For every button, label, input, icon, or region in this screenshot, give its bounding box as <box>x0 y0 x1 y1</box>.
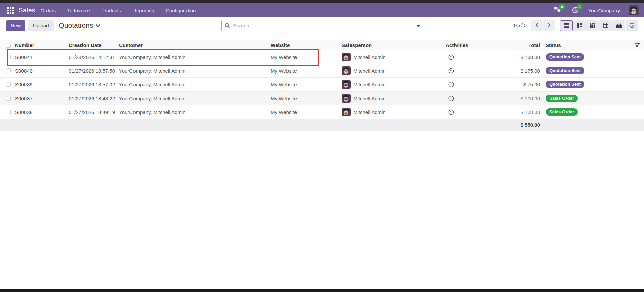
salesperson-avatar <box>342 53 351 61</box>
cell-number: S00038 <box>15 109 69 115</box>
nav-item-reporting[interactable]: Reporting <box>132 6 155 15</box>
table-row[interactable]: S00041 01/28/2026 14:12:31 YourCompany, … <box>0 50 644 64</box>
table-footer-row: $ 550.00 <box>0 119 644 131</box>
status-badge: Sales Order <box>546 95 578 102</box>
cell-creation-date: 01/27/2026 18:57:02 <box>69 82 119 87</box>
cell-customer: YourCompany, Mitchell Admin <box>119 82 271 87</box>
nav-item-to-invoice[interactable]: To Invoice <box>66 6 91 15</box>
cell-total: $ 100.00 <box>506 96 543 101</box>
search-dropdown-toggle[interactable] <box>413 20 423 31</box>
pager-previous-button[interactable] <box>531 20 543 31</box>
view-list-button[interactable] <box>560 20 573 31</box>
activities-count-badge: 1 <box>577 4 582 10</box>
select-all-checkbox[interactable] <box>6 43 11 48</box>
list-view-icon <box>564 23 569 28</box>
cell-creation-date: 01/27/2026 18:57:50 <box>69 68 119 74</box>
cell-customer: YourCompany, Mitchell Admin <box>119 68 271 74</box>
view-pivot-button[interactable] <box>599 20 612 31</box>
salesperson-avatar <box>342 108 351 116</box>
user-avatar[interactable] <box>629 5 639 15</box>
activity-view-icon <box>629 23 635 28</box>
cell-total: $ 100.00 <box>506 54 543 60</box>
activity-clock-icon[interactable] <box>448 68 454 74</box>
messages-button[interactable]: 8 <box>553 6 562 15</box>
row-checkbox[interactable] <box>6 82 11 87</box>
messages-count-badge: 8 <box>559 4 565 10</box>
activities-button[interactable]: 1 <box>571 6 579 15</box>
cell-website: My Website <box>271 96 342 101</box>
activity-clock-icon[interactable] <box>448 109 454 115</box>
status-badge: Quotation Sent <box>546 67 584 75</box>
header-activities[interactable]: Activities <box>446 42 506 48</box>
header-total[interactable]: Total <box>506 42 543 48</box>
view-activity-button[interactable] <box>626 20 638 31</box>
header-number[interactable]: Number <box>15 42 69 48</box>
table-row[interactable]: S00037 01/27/2026 18:48:22 YourCompany, … <box>0 92 644 105</box>
cell-total: $ 75.00 <box>506 82 543 87</box>
table-row[interactable]: S00038 01/27/2026 18:49:19 YourCompany, … <box>0 105 644 119</box>
cell-website: My Website <box>271 82 342 87</box>
cell-salesperson: Mitchell Admin <box>353 96 386 101</box>
cell-salesperson: Mitchell Admin <box>353 109 386 115</box>
cell-number: S00037 <box>15 96 69 101</box>
caret-down-icon <box>417 23 420 29</box>
main-navbar: Sales OrdersTo InvoiceProductsReportingC… <box>0 3 644 17</box>
cell-number: S00039 <box>15 82 69 87</box>
new-button[interactable]: New <box>6 20 25 31</box>
header-website[interactable]: Website <box>271 42 342 48</box>
upload-button[interactable]: Upload <box>28 20 54 31</box>
chevron-right-icon <box>548 23 551 28</box>
company-switcher[interactable]: YourCompany <box>588 8 620 13</box>
header-status[interactable]: Status <box>543 42 644 48</box>
activity-clock-icon[interactable] <box>448 96 454 101</box>
pager-next-button[interactable] <box>543 20 555 31</box>
cell-creation-date: 01/27/2026 18:49:19 <box>69 109 119 115</box>
calendar-view-icon <box>590 23 595 28</box>
status-badge: Quotation Sent <box>546 81 584 89</box>
nav-item-configuration[interactable]: Configuration <box>165 6 196 15</box>
cell-total: $ 100.00 <box>506 109 543 115</box>
salesperson-avatar <box>342 94 351 103</box>
row-checkbox[interactable] <box>6 68 11 73</box>
row-checkbox[interactable] <box>6 96 11 101</box>
table-header-row: Number Creation Date Customer Website Sa… <box>0 40 644 50</box>
window-bottom-strip <box>0 289 644 292</box>
search-bar <box>221 20 423 31</box>
table-row[interactable]: S00039 01/27/2026 18:57:02 YourCompany, … <box>0 78 644 92</box>
view-kanban-button[interactable] <box>573 20 586 31</box>
cell-salesperson: Mitchell Admin <box>353 82 386 87</box>
optional-columns-icon[interactable] <box>635 42 641 48</box>
nav-item-products[interactable]: Products <box>101 6 122 15</box>
control-panel: New Upload Quotations ⚙ 1-5 / 5 <box>0 17 644 34</box>
quotations-list: Number Creation Date Customer Website Sa… <box>0 40 644 131</box>
header-customer[interactable]: Customer <box>119 42 271 48</box>
row-checkbox[interactable] <box>6 55 11 59</box>
apps-grid-icon[interactable] <box>5 5 15 15</box>
view-graph-button[interactable] <box>612 20 625 31</box>
cell-creation-date: 01/28/2026 14:12:31 <box>69 54 119 60</box>
salesperson-avatar <box>342 66 351 75</box>
search-input[interactable] <box>233 20 413 31</box>
gear-icon[interactable]: ⚙ <box>95 23 100 28</box>
view-calendar-button[interactable] <box>586 20 599 31</box>
footer-total: $ 550.00 <box>506 122 543 128</box>
activity-clock-icon[interactable] <box>448 54 454 60</box>
pivot-view-icon <box>603 23 608 28</box>
salesperson-avatar <box>342 80 351 89</box>
header-creation-date[interactable]: Creation Date <box>69 42 119 48</box>
header-salesperson[interactable]: Salesperson <box>342 42 446 48</box>
cell-creation-date: 01/27/2026 18:48:22 <box>69 96 119 101</box>
cell-website: My Website <box>271 68 342 74</box>
cell-number: S00041 <box>15 54 69 60</box>
graph-view-icon <box>616 23 622 28</box>
row-checkbox[interactable] <box>6 110 11 114</box>
cell-number: S00040 <box>15 68 69 74</box>
status-badge: Quotation Sent <box>546 53 584 61</box>
table-row[interactable]: S00040 01/27/2026 18:57:50 YourCompany, … <box>0 64 644 78</box>
status-badge: Sales Order <box>546 108 578 116</box>
app-name[interactable]: Sales <box>19 7 35 14</box>
cell-customer: YourCompany, Mitchell Admin <box>119 109 271 115</box>
nav-item-orders[interactable]: Orders <box>40 6 57 15</box>
activity-clock-icon[interactable] <box>448 82 454 87</box>
cell-salesperson: Mitchell Admin <box>353 68 386 74</box>
